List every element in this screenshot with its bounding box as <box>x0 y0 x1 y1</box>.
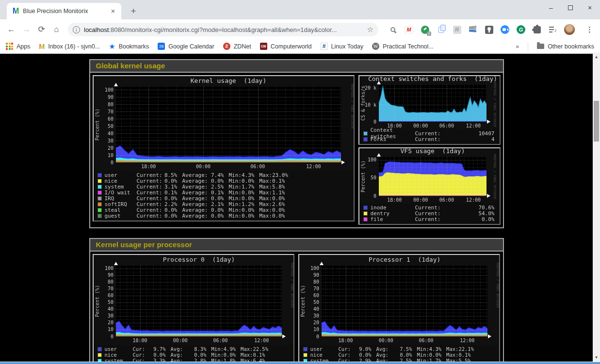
forward-button[interactable]: → <box>20 23 33 36</box>
playlist-extension-icon[interactable]: ♪ <box>548 25 558 34</box>
section-global-kernel-usage: Global kernel usage userCurrent:8.5%Aver… <box>89 59 504 228</box>
bookmark-star-icon[interactable]: ☆ <box>367 25 373 34</box>
legend-color-swatch <box>97 173 102 177</box>
processor-1-graph[interactable]: userCur:9.0%Avg:7.5%Min:4.3%Max:22.1%nic… <box>298 254 500 362</box>
bookmark-zdnet[interactable]: ZZDNet <box>223 43 251 50</box>
legend-row: userCurrent:8.5%Average:7.4%Min:4.3%Max:… <box>97 172 351 178</box>
window-bottom-border <box>0 362 600 364</box>
processor-0-graph[interactable]: userCur:9.7%Avg:8.3%Min:4.9%Max:22.5%nic… <box>93 254 294 362</box>
legend-color-swatch <box>97 190 102 195</box>
kernel-usage-canvas[interactable] <box>94 76 354 171</box>
profile-avatar[interactable] <box>564 24 575 35</box>
legend-color-swatch <box>97 185 102 189</box>
legend-stat: Min:0.0% <box>417 352 447 358</box>
extensions-puzzle-icon[interactable] <box>532 25 542 34</box>
scroll-up-icon[interactable]: ▲ <box>593 54 600 61</box>
legend-row: inodeCurrent:70.6% <box>363 205 497 210</box>
scroll-down-icon[interactable]: ▼ <box>593 354 600 361</box>
address-bar[interactable]: i localhost:8080/monitorix-cgi/monitorix… <box>68 23 378 36</box>
context-switches-graph[interactable]: Context switchesCurrent:10407ForksCurren… <box>358 75 501 145</box>
minimize-icon[interactable]: – <box>545 2 557 14</box>
vertical-scrollbar[interactable]: ▲ ▼ <box>593 53 600 362</box>
books-extension-icon[interactable] <box>468 25 478 34</box>
calendar-icon: 28 <box>158 43 165 50</box>
apps-shortcut[interactable]: Apps <box>6 43 31 50</box>
legend-color-swatch <box>363 131 368 136</box>
legend-row: IRQCurrent:0.0%Average:0.0%Min:0.0%Max:0… <box>97 195 351 201</box>
apps-grid-icon <box>6 43 13 50</box>
legend-stat: Cur:0.0% <box>339 352 376 358</box>
new-tab-button[interactable]: + <box>127 5 140 17</box>
legend-row: softIRQCurrent:2.2%Average:2.1%Min:1.2%M… <box>97 201 351 207</box>
lamp-extension-icon[interactable] <box>484 25 494 34</box>
gmail-extension-icon[interactable]: M <box>404 25 414 34</box>
legend-stat: Cur:3.3% <box>133 358 171 362</box>
legend-stat: Max:22.1% <box>446 346 479 352</box>
legend-row: ForksCurrent:4 <box>363 136 497 142</box>
reload-button[interactable]: ⟳ <box>35 23 48 36</box>
legend-stat: Avg:2.8% <box>171 358 211 362</box>
r-extension-icon[interactable]: R <box>452 25 462 34</box>
legend-stat: Current:4 <box>415 136 497 142</box>
back-button[interactable]: ← <box>5 23 18 36</box>
legend-color-swatch <box>97 214 102 218</box>
section-title: Kernel usage per processor <box>96 240 192 249</box>
zdnet-icon: Z <box>223 43 230 50</box>
bookmark-bookmarks[interactable]: ★Bookmarks <box>109 42 149 51</box>
browser-toolbar: ← → ⟳ ⌂ i localhost:8080/monitorix-cgi/m… <box>0 19 600 40</box>
bookmark-google-calendar[interactable]: 28Google Calendar <box>158 43 214 50</box>
processor-0-canvas[interactable] <box>94 255 293 345</box>
legend-stat: Avg:8.3% <box>171 346 211 352</box>
tab-close-icon[interactable]: × <box>109 7 117 16</box>
bookmark-computerworld[interactable]: CWComputerworld <box>260 43 312 50</box>
legend-row: stealCurrent:0.0%Average:0.0%Min:0.0%Max… <box>97 207 351 213</box>
page-content: Global kernel usage userCurrent:8.5%Aver… <box>0 53 593 362</box>
legend-stat: Avg:2.5% <box>376 358 417 362</box>
legend-row: Context switchesCurrent:10407 <box>363 130 497 136</box>
section-kernel-usage-per-processor: Kernel usage per processor userCur:9.7%A… <box>89 238 504 362</box>
home-button[interactable]: ⌂ <box>50 23 63 36</box>
browser-menu-icon[interactable]: ⋮ <box>586 25 593 34</box>
grammarly-extension-icon[interactable]: G <box>516 25 526 34</box>
context-switches-legend: Context switchesCurrent:10407ForksCurren… <box>359 129 500 144</box>
legend-color-swatch <box>97 347 102 351</box>
legend-row: guestCurrent:0.0%Average:0.0%Min:0.0%Max… <box>97 213 351 219</box>
processor-1-canvas[interactable] <box>299 255 499 345</box>
legend-stat: Avg:0.0% <box>171 352 211 358</box>
legend-series-name: system <box>105 358 133 362</box>
maximize-icon[interactable] <box>564 2 577 14</box>
copy-pages-extension-icon[interactable] <box>436 25 446 34</box>
browser-tab[interactable]: M Blue Precision Monitorix × <box>7 3 121 19</box>
legend-series-name: nice <box>105 352 133 358</box>
scrollbar-thumb[interactable] <box>594 101 599 142</box>
extension-row: M ? R G ♪ ⋮ <box>388 24 593 35</box>
kernel-usage-graph[interactable]: userCurrent:8.5%Average:7.4%Min:4.3%Max:… <box>93 75 355 222</box>
legend-row: dentryCurrent:54.0% <box>363 210 497 216</box>
bookmarks-overflow-chevron[interactable]: » <box>516 43 519 50</box>
legend-color-swatch <box>303 347 308 351</box>
vfs-usage-graph[interactable]: inodeCurrent:70.6%dentryCurrent:54.0%fil… <box>358 147 501 225</box>
bookmark-linux-today[interactable]: ltLinux Today <box>321 43 364 50</box>
bookmark-inbox[interactable]: MInbox (16) - sjvn0... <box>39 43 100 50</box>
zoom-extension-icon[interactable] <box>500 25 510 34</box>
page-info-icon[interactable]: i <box>73 26 80 33</box>
legend-row: systemCur:3.3%Avg:2.8%Min:1.8%Max:6.4% <box>97 358 291 362</box>
legend-color-swatch <box>303 353 308 357</box>
voice-extension-icon[interactable]: ? <box>420 25 430 34</box>
search-icon[interactable] <box>388 25 398 34</box>
vfs-usage-canvas[interactable] <box>359 148 496 204</box>
processor-1-legend: userCur:9.0%Avg:7.5%Min:4.3%Max:22.1%nic… <box>299 345 499 362</box>
legend-stat: Cur:9.7% <box>133 346 171 352</box>
legend-stat: Max:22.5% <box>241 346 273 352</box>
bookmark-practical-technology[interactable]: WPractical Technol... <box>372 43 434 50</box>
other-bookmarks[interactable]: Other bookmarks <box>537 43 594 50</box>
context-switches-canvas[interactable] <box>359 76 496 129</box>
legend-stat: Max:0.1% <box>241 352 270 358</box>
url-text[interactable]: localhost:8080/monitorix-cgi/monitorix.c… <box>84 26 364 33</box>
legend-stat: Max:0.1% <box>446 352 476 358</box>
legend-series-name: guest <box>105 213 137 219</box>
computerworld-icon: CW <box>260 43 267 50</box>
close-window-icon[interactable]: × <box>584 2 596 14</box>
legend-stat: Min:0.0% <box>229 213 259 219</box>
legend-color-swatch <box>363 217 368 222</box>
